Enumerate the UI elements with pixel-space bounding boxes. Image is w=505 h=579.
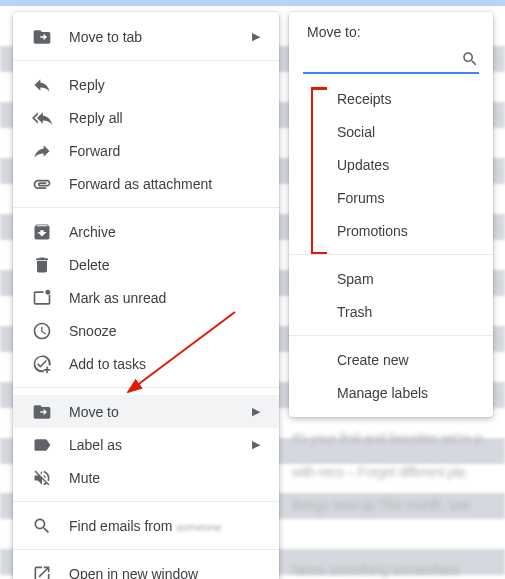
menu-label-as[interactable]: Label as ▶ xyxy=(13,428,279,461)
menu-snooze[interactable]: Snooze xyxy=(13,314,279,347)
menu-item-label: Reply all xyxy=(69,110,264,126)
submenu-trash[interactable]: Trash xyxy=(289,295,493,328)
divider xyxy=(13,501,279,502)
reply-icon xyxy=(31,75,53,95)
submenu-label-updates[interactable]: Updates xyxy=(289,148,493,181)
open-in-new-icon xyxy=(31,564,53,580)
chevron-right-icon: ▶ xyxy=(252,405,264,418)
menu-mute[interactable]: Mute xyxy=(13,461,279,494)
snooze-icon xyxy=(31,321,53,341)
menu-move-to[interactable]: Move to ▶ xyxy=(13,395,279,428)
divider xyxy=(13,387,279,388)
search-icon xyxy=(31,516,53,536)
label-icon xyxy=(31,435,53,455)
menu-item-label: Mark as unread xyxy=(69,290,264,306)
menu-forward[interactable]: Forward xyxy=(13,134,279,167)
menu-archive[interactable]: Archive xyxy=(13,215,279,248)
menu-move-to-tab[interactable]: Move to tab ▶ xyxy=(13,20,279,53)
menu-item-label: Move to xyxy=(69,404,252,420)
menu-item-label: Forward xyxy=(69,143,264,159)
menu-item-label: Find emails from someone xyxy=(69,518,264,534)
chevron-right-icon: ▶ xyxy=(252,438,264,451)
mark-unread-icon xyxy=(31,288,53,308)
submenu-label-receipts[interactable]: Receipts xyxy=(289,82,493,115)
submenu-title: Move to: xyxy=(289,22,493,48)
move-to-icon xyxy=(31,402,53,422)
submenu-create-new[interactable]: Create new xyxy=(289,343,493,376)
submenu-label-social[interactable]: Social xyxy=(289,115,493,148)
menu-delete[interactable]: Delete xyxy=(13,248,279,281)
menu-open-new-window[interactable]: Open in new window xyxy=(13,557,279,579)
menu-item-label: Label as xyxy=(69,437,252,453)
menu-reply-all[interactable]: Reply all xyxy=(13,101,279,134)
divider xyxy=(13,207,279,208)
search-icon xyxy=(461,50,479,71)
menu-item-label: Delete xyxy=(69,257,264,273)
archive-icon xyxy=(31,222,53,242)
menu-item-label: Forward as attachment xyxy=(69,176,264,192)
menu-mark-unread[interactable]: Mark as unread xyxy=(13,281,279,314)
add-task-icon xyxy=(31,354,53,374)
menu-forward-attachment[interactable]: Forward as attachment xyxy=(13,167,279,200)
divider xyxy=(289,254,493,255)
menu-item-label: Move to tab xyxy=(69,29,252,45)
menu-reply[interactable]: Reply xyxy=(13,68,279,101)
menu-item-label: Open in new window xyxy=(69,566,264,580)
menu-item-label: Mute xyxy=(69,470,264,486)
reply-all-icon xyxy=(31,108,53,128)
menu-item-label: Add to tasks xyxy=(69,356,264,372)
submenu-label-forums[interactable]: Forums xyxy=(289,181,493,214)
menu-item-label: Reply xyxy=(69,77,264,93)
forward-icon xyxy=(31,141,53,161)
divider xyxy=(289,335,493,336)
menu-item-label: Snooze xyxy=(69,323,264,339)
submenu-spam[interactable]: Spam xyxy=(289,262,493,295)
submenu-label-promotions[interactable]: Promotions xyxy=(289,214,493,247)
menu-add-to-tasks[interactable]: Add to tasks xyxy=(13,347,279,380)
mute-icon xyxy=(31,468,53,488)
delete-icon xyxy=(31,255,53,275)
menu-item-label: Archive xyxy=(69,224,264,240)
attachment-icon xyxy=(31,174,53,194)
divider xyxy=(13,549,279,550)
chevron-right-icon: ▶ xyxy=(252,30,264,43)
menu-find-emails-from[interactable]: Find emails from someone xyxy=(13,509,279,542)
submenu-manage-labels[interactable]: Manage labels xyxy=(289,376,493,409)
context-menu: Move to tab ▶ Reply Reply all Forward Fo… xyxy=(13,12,279,579)
divider xyxy=(13,60,279,61)
submenu-search-input[interactable] xyxy=(303,48,479,74)
drive-file-move-icon xyxy=(31,27,53,47)
move-to-submenu: Move to: Receipts Social Updates Forums … xyxy=(289,12,493,417)
